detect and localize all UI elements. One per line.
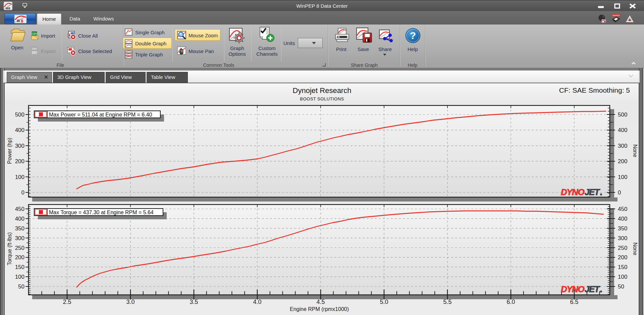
svg-text:300: 300 <box>618 143 627 149</box>
svg-text:500: 500 <box>618 111 627 118</box>
svg-text:200: 200 <box>15 254 24 261</box>
svg-text:2.5: 2.5 <box>63 299 71 305</box>
svg-text:400: 400 <box>15 216 24 222</box>
svg-text:JET: JET <box>585 187 600 197</box>
svg-text:200: 200 <box>618 254 627 261</box>
svg-text:300: 300 <box>15 235 24 241</box>
svg-text:150: 150 <box>618 264 627 270</box>
svg-text:None: None <box>632 144 638 157</box>
svg-text:300: 300 <box>15 143 24 149</box>
svg-text:100: 100 <box>618 274 627 280</box>
svg-text:450: 450 <box>618 206 627 212</box>
svg-text:100: 100 <box>15 274 24 280</box>
svg-text:DYNO: DYNO <box>561 284 584 294</box>
svg-text:300: 300 <box>618 235 627 241</box>
svg-text:DYNO: DYNO <box>561 187 584 197</box>
svg-text:3.5: 3.5 <box>190 299 198 305</box>
svg-text:400: 400 <box>618 216 627 222</box>
svg-text:Max Torque = 437.30 at Engine: Max Torque = 437.30 at Engine RPM = 5.64 <box>49 210 154 215</box>
svg-text:100: 100 <box>15 174 24 180</box>
svg-text:400: 400 <box>15 127 24 133</box>
svg-text:5.5: 5.5 <box>443 299 451 305</box>
svg-text:0: 0 <box>21 189 24 196</box>
svg-text:350: 350 <box>15 225 24 232</box>
svg-text:None: None <box>632 242 638 255</box>
svg-text:500: 500 <box>15 111 24 118</box>
svg-text:Power (hp): Power (hp) <box>7 138 12 164</box>
svg-text:4.0: 4.0 <box>253 299 261 305</box>
svg-text:5.0: 5.0 <box>380 299 388 305</box>
svg-text:250: 250 <box>618 245 627 251</box>
svg-text:Engine RPM (rpmx1000): Engine RPM (rpmx1000) <box>290 306 349 312</box>
svg-text:150: 150 <box>15 264 24 270</box>
svg-text:0: 0 <box>618 189 621 196</box>
svg-text:Torque (ft-lbs): Torque (ft-lbs) <box>7 232 12 266</box>
svg-text:400: 400 <box>618 127 627 133</box>
svg-text:50: 50 <box>618 283 624 290</box>
svg-text:450: 450 <box>15 206 24 212</box>
svg-text:100: 100 <box>618 174 627 180</box>
svg-text:200: 200 <box>618 158 627 165</box>
svg-text:250: 250 <box>15 245 24 251</box>
svg-text:JET: JET <box>585 284 600 294</box>
svg-text:3.0: 3.0 <box>126 299 135 305</box>
svg-text:6.5: 6.5 <box>570 299 578 305</box>
svg-text:200: 200 <box>15 158 24 165</box>
svg-text:Max Power = 511.04 at Engine R: Max Power = 511.04 at Engine RPM = 6.40 <box>49 112 152 118</box>
svg-text:6.0: 6.0 <box>506 299 515 305</box>
svg-text:350: 350 <box>618 225 627 232</box>
svg-text:4.5: 4.5 <box>316 299 325 305</box>
svg-text:50: 50 <box>18 283 24 290</box>
